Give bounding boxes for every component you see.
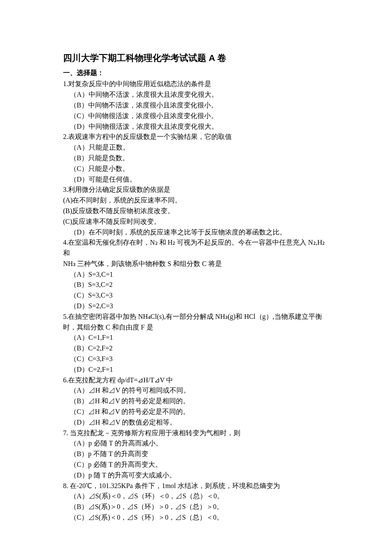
q1-option-d: （D）中间物很活泼，浓度很大且浓度变化很大。: [63, 121, 331, 132]
q2-stem: 2.表观速率方程中的反应级数是一个实验结果，它的取值: [63, 132, 331, 142]
q1-stem: 1.对复杂反应中的中间物应用近似稳态法的条件是: [63, 79, 331, 90]
q8-option-a: （A）⊿S(系)＜0，⊿S（环）＜0，⊿S（总）＜0。: [63, 491, 331, 502]
q5-option-d: （D）C=2,F=1: [63, 364, 331, 375]
q8-stem: 8. 在-20℃，101.325KPa 条件下，1mol 水结冰，则系统，环境和…: [63, 481, 331, 491]
section-heading: 一、选择题：: [63, 68, 331, 78]
q5-option-c: （C）C=3,F=3: [63, 354, 331, 364]
q2-option-c: （C）只能是小数。: [63, 164, 331, 174]
q6-option-a: （A）⊿H 和⊿V 的符号可相同或不同。: [63, 385, 331, 396]
q2-option-a: （A）只能是正数。: [63, 142, 331, 153]
q2-option-b: （B）只能是负数。: [63, 153, 331, 164]
q8-option-b: （B）⊿S(系)＞0，⊿S（环）＞0，⊿S（总）＞0。: [63, 502, 331, 512]
q1-option-c: （C）中间物很活泼，浓度很小且浓度变化很小。: [63, 111, 331, 121]
q4-stem-line2: NH₃ 三种气体，则该物系中物种数 S 和组分数 C 将是: [63, 259, 331, 269]
q7-stem: 7. 当克拉配龙－克劳修斯方程应用于液相转变为气相时，则: [63, 428, 331, 439]
q3-option-c: (C)反应速率不随反应时间改变。: [63, 217, 331, 227]
q1-option-b: （B）中间物不活泼，浓度很小且浓度变化很小。: [63, 100, 331, 111]
q7-option-c: （C）p 必随 T 的升高而变大。: [63, 460, 331, 470]
q6-option-d: （D）⊿H 和⊿V 的数值必定相等。: [63, 417, 331, 428]
q5-option-a: （A）C=1,F=1: [63, 332, 331, 343]
q2-option-d: （D）可能是任何值。: [63, 174, 331, 185]
q4-option-d: （D）S=2,C=3: [63, 301, 331, 312]
q5-stem-line1: 5.在抽空密闭容器中加热 NH₄Cl(s),有一部分分解成 NH₃(g)和 HC…: [63, 312, 331, 322]
q6-stem: 6.在克拉配龙方程 dp/dT=⊿H/T⊿V 中: [63, 375, 331, 386]
q8-option-c: （C）⊿S(系)＜0，⊿S（环）＞0，⊿S（总）＜0。: [63, 512, 331, 523]
page-title: 四川大学下期工科物理化学考试试题 A 卷: [63, 51, 331, 65]
q4-option-c: （C）S=3,C=3: [63, 290, 331, 301]
q5-stem-line2: 时，其组分数 C 和自由度 F 是: [63, 322, 331, 333]
q4-stem-line1: 4.在室温和无催化剂存在时，N₂ 和 H₂ 可视为不起反应的。今在一容器中任意充…: [63, 237, 331, 259]
q7-option-a: （A）p 必随 T 的升高而减小。: [63, 438, 331, 449]
q6-option-b: （B）⊿H 和⊿V 的符号必定是相同的。: [63, 396, 331, 407]
q3-option-a: (A)在不同时刻，系统的反应速率不同。: [63, 195, 331, 206]
q1-option-a: （A）中间物不活泼，浓度很大且浓度变化很大。: [63, 90, 331, 100]
q6-option-c: （C）⊿H 和⊿V 的符号必定是不同的。: [63, 407, 331, 417]
q3-option-d: （D）在不同时刻，系统的反应速率之比等于反应物浓度的幂函数之比。: [63, 227, 331, 238]
q4-option-b: （B）S=3,C=2: [63, 280, 331, 290]
q3-stem: 3.利用微分法确定反应级数的依据是: [63, 185, 331, 195]
q5-option-b: （B）C=2,F=2: [63, 343, 331, 354]
q7-option-b: （B）p 不随 T 的升高而变: [63, 449, 331, 460]
q7-option-d: （D）p 随 T 的升高可变大或减小。: [63, 470, 331, 481]
q3-option-b: (B)反应级数不随反应物初浓度改变。: [63, 206, 331, 217]
q4-option-a: （A）S=3,C=1: [63, 269, 331, 280]
